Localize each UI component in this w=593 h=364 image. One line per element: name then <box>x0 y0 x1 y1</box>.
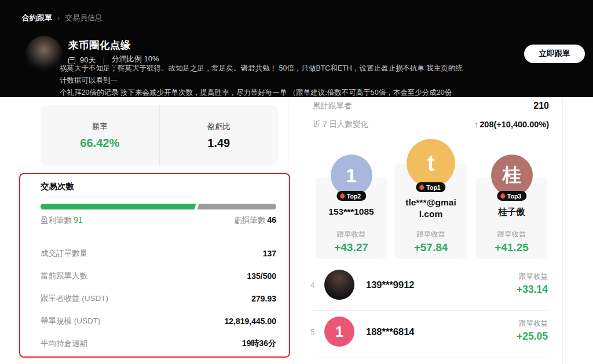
flame-icon <box>419 184 425 190</box>
follower-name: 153***1085 <box>324 206 379 218</box>
follow-now-button[interactable]: 立即跟單 <box>524 45 585 63</box>
profit-value: +43.27 <box>316 241 387 254</box>
stat-value: 135/500 <box>247 271 276 281</box>
follower-name: tle***@gmail.com <box>403 197 459 220</box>
winloss-counts-row: 盈利筆數91 虧損筆數46 <box>41 214 276 226</box>
profit-value: +33.14 <box>517 284 548 296</box>
stat-label: 跟單者收益 (USDT) <box>41 293 108 304</box>
header-banner: 合約跟單 › 交易員信息 来币圈化点缘 90天 | 分潤比例 10% 祸莫大于不… <box>0 0 593 97</box>
top1-badge: Top1 <box>416 182 445 192</box>
avatar: 桂 <box>491 155 533 196</box>
trade-count-title: 交易次數 <box>41 181 74 192</box>
winrate-plratio-card: 勝率 66.42% 盈虧比 1.49 <box>41 105 278 166</box>
profit-label: 跟單收益 <box>519 272 548 282</box>
total-followers-label: 累計跟單者 <box>313 101 352 111</box>
profit-label: 跟單收益 <box>476 230 547 240</box>
stat-value: 12,819,445.00 <box>224 317 276 326</box>
profit-label: 跟單收益 <box>394 230 467 240</box>
row-divider <box>313 310 548 311</box>
plratio-label: 盈虧比 <box>207 122 231 132</box>
stat-value: 137 <box>263 249 276 258</box>
winrate-value: 66.42% <box>80 137 119 150</box>
row-divider <box>313 358 548 358</box>
flame-icon <box>499 193 506 199</box>
profit-label: 跟單收益 <box>316 230 387 240</box>
flame-icon <box>339 193 345 199</box>
avatar: 1 <box>324 317 354 347</box>
total-followers-value: 210 <box>533 101 549 111</box>
trader-avatar <box>25 36 63 73</box>
follower-name: 桂子傲 <box>484 206 540 218</box>
trader-info-page: 合約跟單 › 交易員信息 来币圈化点缘 90天 | 分潤比例 10% 祸莫大于不… <box>0 0 593 364</box>
stat-value: 19時36分 <box>242 339 276 349</box>
stat-value: 279.93 <box>251 294 276 303</box>
winrate-cell: 勝率 66.42% <box>41 105 159 166</box>
avatar: t <box>407 139 455 187</box>
win-count-label: 盈利筆數 <box>41 216 72 225</box>
top2-badge: Top2 <box>336 191 366 201</box>
follower-name: 139***9912 <box>366 280 415 291</box>
stat-row-avg-holding: 平均持倉週期 19時36分 <box>41 332 276 355</box>
follower-name: 188***6814 <box>366 326 415 337</box>
podium-card-top2[interactable]: 1 Top2 153***1085 跟單收益 +43.27 <box>316 178 387 259</box>
rank-number: 5 <box>310 328 314 336</box>
followers-change-label: 近 7 日人數變化 <box>313 119 368 130</box>
stat-row-lead-volume: 帶單規模 (USDT) 12,819,445.00 <box>41 310 276 332</box>
profit-value: +57.84 <box>394 241 467 254</box>
profit-value: +41.25 <box>476 241 547 254</box>
breadcrumb-current: 交易員信息 <box>65 13 103 23</box>
trader-stat-rows: 成交訂單數量 137 當前跟單人數 135/500 跟單者收益 (USDT) 2… <box>41 242 276 355</box>
winrate-label: 勝率 <box>92 122 108 132</box>
trader-name: 来币圈化点缘 <box>68 38 131 52</box>
podium-card-top3[interactable]: 桂 Top3 桂子傲 跟單收益 +41.25 <box>476 178 547 259</box>
stat-row-orders: 成交訂單數量 137 <box>41 242 276 264</box>
stat-row-followers: 當前跟單人數 135/500 <box>41 264 276 287</box>
podium-card-top1[interactable]: t Top1 tle***@gmail.com 跟單收益 +57.84 <box>394 164 467 259</box>
loss-count-value: 46 <box>267 215 276 225</box>
rank-number: 4 <box>310 281 314 289</box>
stat-row-follower-pnl: 跟單者收益 (USDT) 279.93 <box>41 287 276 310</box>
avatar <box>324 270 354 300</box>
winloss-progress-bar <box>41 204 276 209</box>
plratio-value: 1.49 <box>207 137 230 150</box>
breadcrumb: 合約跟單 › 交易員信息 <box>22 13 103 23</box>
up-arrow-icon: ↑ <box>474 120 478 129</box>
follower-row-5[interactable]: 5 1 188***6814 跟單收益 +25.05 <box>306 317 549 347</box>
top3-badge: Top3 <box>497 191 526 201</box>
stat-label: 成交訂單數量 <box>41 248 87 259</box>
follower-row-4[interactable]: 4 139***9912 跟單收益 +33.14 <box>306 270 549 300</box>
bio-line-1: 祸莫大于不知足；咎莫大于欲得。故知足之足，常足矣。诸君共勉！ 50倍，只做BTC… <box>60 62 465 87</box>
plratio-cell: 盈虧比 1.49 <box>159 105 279 166</box>
avatar: 1 <box>331 155 372 196</box>
stat-label: 平均持倉週期 <box>41 339 87 349</box>
right-edge-divider <box>562 97 563 364</box>
main-content: 勝率 66.42% 盈虧比 1.49 交易次數 盈利筆數91 虧損筆數46 <box>0 97 593 364</box>
followers-change-row: 近 7 日人數變化 ↑208(+10,400.00%) <box>313 118 549 131</box>
followers-change-value: ↑208(+10,400.00%) <box>474 120 549 129</box>
win-count-value: 91 <box>74 215 83 225</box>
column-divider <box>288 97 288 364</box>
profit-label: 跟單收益 <box>519 319 548 329</box>
total-followers-row: 累計跟單者 210 <box>313 100 549 112</box>
stat-label: 當前跟單人數 <box>41 271 87 281</box>
breadcrumb-root-link[interactable]: 合約跟單 <box>22 13 52 23</box>
loss-count-label: 虧損筆數 <box>234 216 265 225</box>
stat-label: 帶單規模 (USDT) <box>41 316 101 326</box>
profit-value: +25.05 <box>517 330 548 343</box>
trade-progress-fill <box>41 204 196 209</box>
breadcrumb-separator-icon: › <box>57 14 60 22</box>
